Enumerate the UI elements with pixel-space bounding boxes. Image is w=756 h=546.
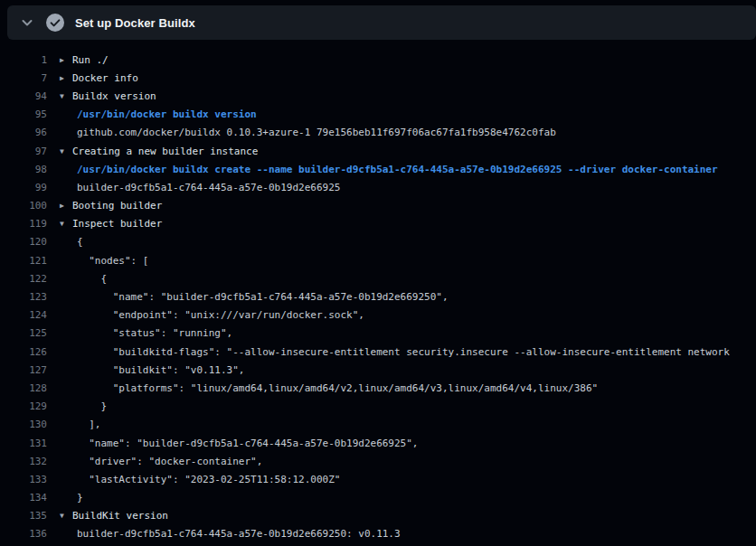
step-header[interactable]: Set up Docker Buildx [7, 5, 756, 40]
triangle-right-icon[interactable]: ▶ [60, 202, 72, 210]
log-line[interactable]: 97▼Creating a new builder instance [0, 142, 756, 160]
log-text: { [60, 236, 83, 248]
line-number[interactable]: 128 [0, 382, 47, 394]
log-line: 127 "buildkit": "v0.11.3", [0, 361, 756, 379]
log-text: /usr/bin/docker buildx create --name bui… [60, 164, 718, 175]
log-line: 99builder-d9cfb5a1-c764-445a-a57e-0b19d2… [0, 178, 756, 196]
line-number[interactable]: 96 [0, 127, 47, 138]
line-text: builder-d9cfb5a1-c764-445a-a57e-0b19d2e6… [77, 182, 340, 193]
log-line[interactable]: 135▼BuildKit version [0, 507, 756, 525]
log-group-header[interactable]: ▶Run ./ [60, 54, 109, 66]
log-line: 121 "nodes": [ [0, 251, 756, 269]
log-text: "name": "builder-d9cfb5a1-c764-445a-a57e… [60, 291, 449, 303]
line-number[interactable]: 98 [0, 164, 47, 175]
log-text: "platforms": "linux/amd64,linux/amd64/v2… [60, 382, 598, 394]
log-group-header[interactable]: ▼Buildx version [60, 90, 156, 102]
line-text: "lastActivity": "2023-02-25T11:58:12.000… [77, 474, 340, 485]
line-number[interactable]: 135 [0, 510, 47, 522]
group-title: Buildx version [72, 90, 156, 102]
step-title: Set up Docker Buildx [75, 16, 195, 30]
line-text: "endpoint": "unix:///var/run/docker.sock… [77, 309, 364, 321]
group-title: Creating a new builder instance [72, 146, 258, 157]
log-text: /usr/bin/docker buildx version [60, 108, 257, 120]
line-text: /usr/bin/docker buildx version [77, 108, 257, 120]
log-line: 133 "lastActivity": "2023-02-25T11:58:12… [0, 470, 756, 488]
triangle-down-icon[interactable]: ▼ [60, 512, 72, 520]
group-title: BuildKit version [72, 510, 168, 522]
line-number[interactable]: 132 [0, 456, 47, 467]
log-text: "lastActivity": "2023-02-25T11:58:12.000… [60, 474, 340, 485]
line-number[interactable]: 124 [0, 309, 47, 321]
log-line[interactable]: 1▶Run ./ [0, 51, 756, 69]
log-line[interactable]: 94▼Buildx version [0, 87, 756, 105]
log-group-header[interactable]: ▼BuildKit version [60, 510, 168, 522]
line-number[interactable]: 99 [0, 182, 47, 193]
log-line[interactable]: 119▼Inspect builder [0, 215, 756, 233]
line-text: { [77, 273, 107, 285]
log-line: 129 } [0, 398, 756, 416]
line-text: "status": "running", [77, 327, 232, 339]
log-line[interactable]: 7▶Docker info [0, 69, 756, 87]
log-text: } [60, 400, 107, 412]
log-text: "status": "running", [60, 327, 232, 339]
log-line[interactable]: 100▶Booting builder [0, 197, 756, 215]
line-number[interactable]: 94 [0, 90, 47, 102]
line-number[interactable]: 122 [0, 273, 47, 285]
chevron-down-icon[interactable] [20, 15, 34, 30]
log-line: 120{ [0, 233, 756, 251]
line-text: github.com/docker/buildx 0.10.3+azure-1 … [77, 127, 556, 138]
log-group-header[interactable]: ▼Inspect builder [60, 218, 162, 230]
log-text: { [60, 273, 107, 285]
line-number[interactable]: 125 [0, 327, 47, 339]
triangle-down-icon[interactable]: ▼ [60, 220, 72, 228]
line-text: } [77, 400, 107, 412]
log-line: 134} [0, 489, 756, 507]
line-text: "driver": "docker-container", [77, 456, 262, 467]
log-line: 132 "driver": "docker-container", [0, 452, 756, 470]
log-group-header[interactable]: ▶Booting builder [60, 200, 162, 212]
line-text: "buildkit": "v0.11.3", [77, 364, 244, 376]
log-line: 95/usr/bin/docker buildx version [0, 106, 756, 124]
line-number[interactable]: 120 [0, 236, 47, 248]
line-number[interactable]: 130 [0, 419, 47, 430]
line-number[interactable]: 136 [0, 528, 47, 540]
log-line: 125 "status": "running", [0, 325, 756, 343]
log-group-header[interactable]: ▼Creating a new builder instance [60, 146, 258, 157]
line-text: "platforms": "linux/amd64,linux/amd64/v2… [77, 382, 598, 394]
line-number[interactable]: 1 [0, 54, 47, 66]
line-number[interactable]: 129 [0, 400, 47, 412]
line-number[interactable]: 131 [0, 438, 47, 449]
log-text: "driver": "docker-container", [60, 456, 262, 467]
log-text: "buildkitd-flags": "--allow-insecure-ent… [60, 346, 730, 358]
line-text: /usr/bin/docker buildx create --name bui… [77, 164, 718, 175]
line-number[interactable]: 95 [0, 108, 47, 120]
log-text: "buildkit": "v0.11.3", [60, 364, 244, 376]
line-number[interactable]: 134 [0, 492, 47, 504]
log-text: } [60, 492, 83, 504]
triangle-right-icon[interactable]: ▶ [60, 55, 72, 63]
line-number[interactable]: 97 [0, 146, 47, 157]
log-group-header[interactable]: ▶Docker info [60, 72, 138, 84]
line-text: } [77, 492, 83, 504]
log-text: builder-d9cfb5a1-c764-445a-a57e-0b19d2e6… [60, 182, 340, 193]
line-number[interactable]: 7 [0, 72, 47, 84]
triangle-down-icon[interactable]: ▼ [60, 146, 72, 155]
line-number[interactable]: 133 [0, 474, 47, 485]
line-number[interactable]: 126 [0, 346, 47, 358]
line-text: ], [77, 419, 101, 430]
line-text: "nodes": [ [77, 255, 148, 267]
group-title: Run ./ [72, 54, 109, 66]
log-line: 124 "endpoint": "unix:///var/run/docker.… [0, 306, 756, 325]
line-number[interactable]: 127 [0, 364, 47, 376]
line-number[interactable]: 121 [0, 255, 47, 267]
log-text: github.com/docker/buildx 0.10.3+azure-1 … [60, 127, 556, 138]
line-number[interactable]: 119 [0, 218, 47, 230]
line-number[interactable]: 123 [0, 291, 47, 303]
line-number[interactable]: 100 [0, 200, 47, 212]
line-text: "name": "builder-d9cfb5a1-c764-445a-a57e… [77, 291, 449, 303]
group-title: Inspect builder [72, 218, 162, 230]
log-line: 126 "buildkitd-flags": "--allow-insecure… [0, 343, 756, 361]
triangle-right-icon[interactable]: ▶ [60, 73, 72, 81]
log-text: "nodes": [ [60, 255, 148, 267]
triangle-down-icon[interactable]: ▼ [60, 91, 72, 99]
